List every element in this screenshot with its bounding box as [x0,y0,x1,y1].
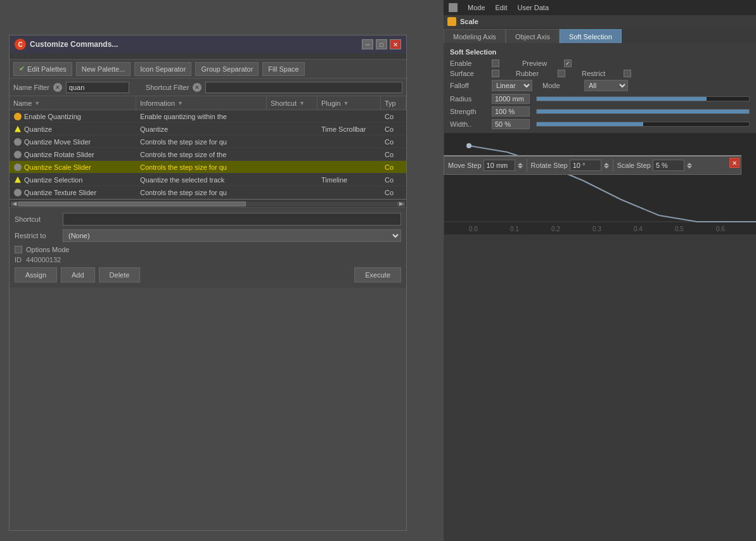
group-separator-button[interactable]: Group Separator [195,62,259,76]
sort-icon-plugin[interactable]: ▼ [343,100,349,106]
minimize-button[interactable]: ─ [362,39,373,49]
execute-button[interactable]: Execute [354,267,401,283]
scrollbar-track[interactable] [18,201,397,207]
quantize-close-button[interactable]: ✕ [729,158,740,168]
cell-shortcut [267,128,317,130]
move-step-down[interactable] [518,166,523,169]
action-buttons: Assign Add Delete Execute [15,267,401,283]
menu-user-data[interactable]: User Data [518,4,549,11]
cell-info: Quantize the selected track [136,175,267,185]
divider-2 [613,159,613,172]
surface-checkbox[interactable] [492,70,499,77]
strength-slider[interactable] [536,109,750,114]
width-value[interactable]: 50 % [492,119,530,129]
move-step-spinner[interactable] [518,163,523,169]
options-mode-checkbox[interactable] [15,246,22,253]
table-row[interactable]: Quantize Move Slider Controls the step s… [10,136,406,148]
surface-row: Surface Rubber Restrict [450,70,750,77]
curve-graph: 0.0 0.1 0.2 0.3 0.4 0.5 0.6 [444,133,756,234]
table-row[interactable]: Quantize Quantize Time Scrollbar Co [10,123,406,136]
radius-value[interactable]: 1000 mm [492,94,530,104]
shortcut-input[interactable] [63,213,401,226]
shortcut-filter-input[interactable] [205,82,402,93]
scale-step-field: Scale Step 5 % [617,160,692,171]
row-icon-1 [13,125,22,134]
scale-step-down[interactable] [687,166,692,169]
rotate-step-value[interactable]: 10 ° [570,160,601,171]
horizontal-scrollbar[interactable]: ◀ ▶ [10,200,406,207]
table-row[interactable]: Quantize Selection Quantize the selected… [10,174,406,186]
shortcut-filter-clear[interactable]: ✕ [193,83,202,92]
scale-step-spinner[interactable] [687,163,692,169]
scroll-right[interactable]: ▶ [397,201,405,207]
table-row[interactable]: Quantize Texture Slider Controls the ste… [10,186,406,199]
falloff-select[interactable]: Linear Smooth [492,80,532,91]
menu-mode[interactable]: Mode [468,4,485,11]
cell-type: Co [381,175,406,185]
shortcut-label: Shortcut [15,215,59,223]
rotate-step-field: Rotate Step 10 ° [531,160,609,171]
width-slider[interactable] [536,122,750,127]
restrict-checkbox[interactable] [624,70,631,77]
falloff-row: Falloff Linear Smooth Mode All Selected [450,80,750,91]
sort-icon-name[interactable]: ▼ [34,100,40,106]
svg-text:0.0: 0.0 [469,226,478,232]
cell-info: Controls the step size for qu [136,137,267,147]
cell-name: Quantize Scale Slider [10,162,136,173]
move-step-value[interactable]: 10 mm [484,160,515,171]
rotate-step-spinner[interactable] [604,163,609,169]
table-header: Name ▼ Information ▼ Shortcut ▼ Plugin ▼… [10,96,406,110]
width-label: Width.. [450,120,488,128]
strength-value[interactable]: 100 % [492,106,530,117]
tab-soft-selection[interactable]: Soft Selection [560,29,622,43]
maximize-button[interactable]: □ [376,39,387,49]
row-icon-6 [13,188,22,197]
name-filter-input[interactable] [66,82,129,93]
rotate-step-up[interactable] [604,163,609,165]
sort-icon-shortcut[interactable]: ▼ [299,100,305,106]
mode-select[interactable]: All Selected [584,80,628,91]
name-filter-clear[interactable]: ✕ [53,83,62,92]
sort-icon-information[interactable]: ▼ [177,100,183,106]
cell-plugin [317,153,381,156]
close-button[interactable]: ✕ [390,39,401,49]
fill-space-button[interactable]: Fill Space [262,62,304,76]
cell-type: Co [381,111,406,122]
scale-step-value[interactable]: 5 % [653,160,684,171]
edit-palettes-button[interactable]: ✔ Edit Palettes [13,62,72,76]
radius-slider[interactable] [536,96,750,101]
delete-button[interactable]: Delete [99,267,141,283]
rotate-step-down[interactable] [604,166,609,169]
rubber-checkbox[interactable] [558,70,565,77]
svg-text:0.3: 0.3 [593,226,601,232]
tab-object-axis[interactable]: Object Axis [506,29,560,43]
cell-name: Quantize Rotate Slider [10,149,136,160]
table-row[interactable]: Enable Quantizing Enable quantizing with… [10,110,406,123]
scroll-left[interactable]: ◀ [11,201,18,207]
options-mode-row: Options Mode [15,246,401,253]
scale-step-up[interactable] [687,163,692,165]
preview-checkbox[interactable] [564,60,572,67]
scrollbar-thumb[interactable] [18,201,246,207]
menu-edit[interactable]: Edit [496,4,508,11]
icon-separator-button[interactable]: Icon Separator [134,62,191,76]
checkmark-icon: ✔ [19,65,25,73]
tab-bar: Modeling Axis Object Axis Soft Selection [444,28,756,43]
customize-commands-dialog: C Customize Commands... ─ □ ✕ ⋮⋮⋮ ✔ Edit… [9,35,407,531]
new-palette-button[interactable]: New Palette... [76,62,131,76]
assign-button[interactable]: Assign [15,267,57,283]
restrict-select[interactable]: (None) [63,229,401,242]
move-step-up[interactable] [518,163,523,165]
tab-modeling-axis[interactable]: Modeling Axis [444,29,506,43]
add-button[interactable]: Add [61,267,95,283]
scale-icon [447,17,456,26]
col-type: Typ [381,96,406,110]
table-row-selected[interactable]: Quantize Scale Slider Controls the step … [10,161,406,174]
row-icon-2 [13,137,22,146]
enable-checkbox[interactable] [492,60,499,67]
filter-row: Name Filter ✕ Shortcut Filter ✕ [10,79,406,96]
table-row[interactable]: Quantize Rotate Slider Controls the step… [10,148,406,161]
svg-point-2 [466,143,471,148]
divider-1 [527,159,527,172]
mode-label: Mode [542,82,580,89]
